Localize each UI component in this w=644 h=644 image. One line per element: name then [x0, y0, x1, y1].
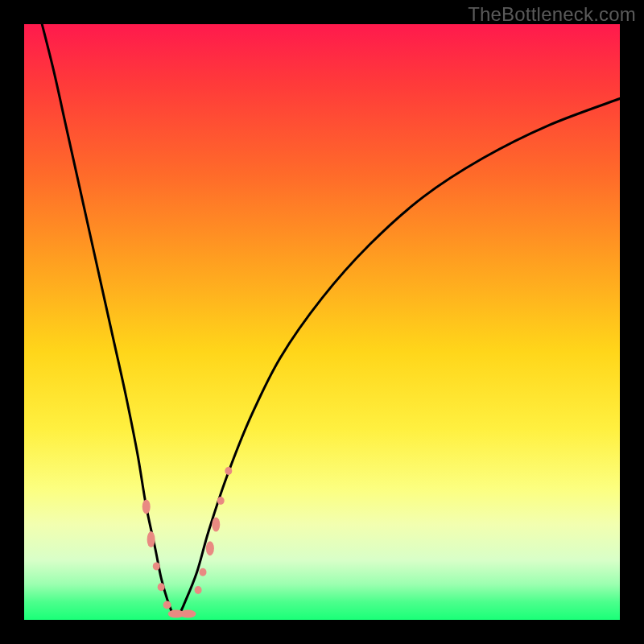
data-marker — [212, 518, 220, 532]
data-marker — [206, 541, 214, 555]
bottleneck-curve — [42, 24, 620, 616]
chart-frame: TheBottleneck.com — [0, 0, 644, 644]
data-marker — [195, 586, 202, 594]
data-marker — [158, 583, 165, 591]
curve-svg — [24, 24, 620, 620]
data-marker — [225, 467, 232, 475]
data-marker — [163, 601, 171, 609]
watermark-text: TheBottleneck.com — [468, 3, 636, 26]
data-marker — [147, 531, 155, 547]
data-marker — [153, 562, 160, 570]
data-marker — [180, 610, 196, 618]
data-marker — [200, 568, 207, 576]
data-marker — [217, 497, 225, 505]
plot-area — [24, 24, 620, 620]
data-marker — [142, 499, 151, 514]
